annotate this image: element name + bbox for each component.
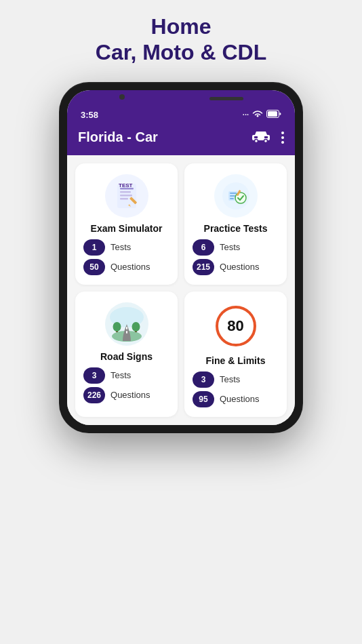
road-questions-label: Questions — [110, 390, 150, 400]
svg-text:TEST: TEST — [119, 182, 133, 188]
svg-rect-19 — [230, 198, 234, 199]
svg-rect-18 — [230, 195, 235, 197]
phone-shell: 3:58 ··· — [59, 82, 303, 433]
practice-tests-card[interactable]: Practice Tests 6 Tests 215 Questions — [184, 163, 287, 285]
fine-questions-row: 95 Questions — [193, 391, 279, 407]
wifi-icon — [252, 110, 263, 119]
road-tests-badge: 3 — [83, 367, 105, 384]
page-header: Home Car, Moto & CDL — [96, 14, 266, 66]
more-options-button[interactable] — [281, 132, 284, 144]
signal-dots-icon: ··· — [243, 110, 249, 119]
status-time: 3:58 — [81, 110, 98, 120]
road-questions-badge: 226 — [83, 387, 105, 403]
svg-rect-5 — [254, 136, 258, 138]
exam-simulator-icon: TEST — [105, 174, 148, 218]
content-area: TEST Exam Simulator 1 Tests 5 — [67, 155, 295, 425]
battery-icon — [266, 110, 281, 119]
svg-rect-1 — [268, 111, 277, 117]
app-bar-actions — [252, 129, 284, 146]
svg-point-3 — [255, 139, 258, 142]
status-bar: 3:58 ··· — [67, 104, 295, 123]
svg-rect-9 — [120, 191, 131, 193]
fine-limits-icon: 80 — [212, 302, 260, 350]
exam-tests-row: 1 Tests — [83, 239, 169, 256]
fine-tests-badge: 3 — [193, 371, 214, 388]
page-title: Home Car, Moto & CDL — [96, 14, 266, 66]
svg-rect-25 — [126, 327, 127, 329]
speed-sign: 80 — [216, 306, 256, 346]
camera-dot — [119, 94, 125, 100]
status-icons: ··· — [243, 110, 281, 119]
exam-tests-label: Tests — [110, 242, 131, 252]
svg-rect-26 — [126, 331, 127, 334]
fine-tests-row: 3 Tests — [193, 371, 279, 388]
road-signs-card[interactable]: Road Signs 3 Tests 226 Questions — [75, 291, 178, 417]
notch-row — [67, 90, 295, 104]
fine-questions-badge: 95 — [193, 391, 214, 407]
road-signs-title: Road Signs — [100, 351, 153, 362]
road-tests-label: Tests — [110, 370, 131, 380]
svg-rect-6 — [264, 136, 268, 138]
app-bar-title: Florida - Car — [78, 129, 158, 145]
exam-simulator-card[interactable]: TEST Exam Simulator 1 Tests 5 — [75, 163, 178, 285]
exam-tests-badge: 1 — [83, 239, 105, 256]
practice-tests-row: 6 Tests — [193, 239, 279, 256]
svg-rect-11 — [120, 198, 128, 200]
practice-tests-title: Practice Tests — [204, 223, 268, 234]
road-signs-stats: 3 Tests 226 Questions — [83, 367, 169, 403]
road-tests-row: 3 Tests — [83, 367, 169, 384]
fine-questions-label: Questions — [220, 394, 260, 404]
fine-limits-title: Fine & Limits — [206, 355, 266, 366]
practice-questions-label: Questions — [220, 262, 260, 272]
app-bar: Florida - Car — [67, 123, 295, 155]
practice-questions-row: 215 Questions — [193, 259, 279, 275]
svg-point-4 — [264, 139, 268, 142]
phone-screen: 3:58 ··· — [67, 90, 295, 425]
exam-questions-badge: 50 — [83, 259, 105, 275]
fine-limits-stats: 3 Tests 95 Questions — [193, 371, 279, 407]
practice-tests-icon — [214, 174, 258, 218]
exam-simulator-title: Exam Simulator — [91, 223, 163, 234]
practice-stats: 6 Tests 215 Questions — [193, 239, 279, 275]
exam-questions-row: 50 Questions — [83, 259, 169, 275]
practice-tests-badge: 6 — [193, 239, 214, 256]
cards-grid: TEST Exam Simulator 1 Tests 5 — [75, 163, 287, 417]
fine-tests-label: Tests — [220, 374, 240, 384]
fine-limits-card[interactable]: 80 Fine & Limits 3 Tests 95 Questions — [184, 291, 287, 417]
speed-number: 80 — [227, 317, 243, 335]
exam-simulator-stats: 1 Tests 50 Questions — [83, 239, 169, 275]
practice-tests-label: Tests — [220, 242, 240, 252]
road-signs-icon — [105, 302, 148, 346]
speaker-bar — [209, 97, 243, 100]
svg-point-30 — [132, 322, 140, 331]
road-questions-row: 226 Questions — [83, 387, 169, 403]
svg-rect-17 — [230, 193, 237, 194]
car-icon[interactable] — [252, 129, 270, 146]
svg-point-28 — [113, 322, 121, 331]
svg-rect-10 — [120, 195, 132, 197]
practice-questions-badge: 215 — [193, 259, 214, 275]
exam-questions-label: Questions — [110, 262, 150, 272]
